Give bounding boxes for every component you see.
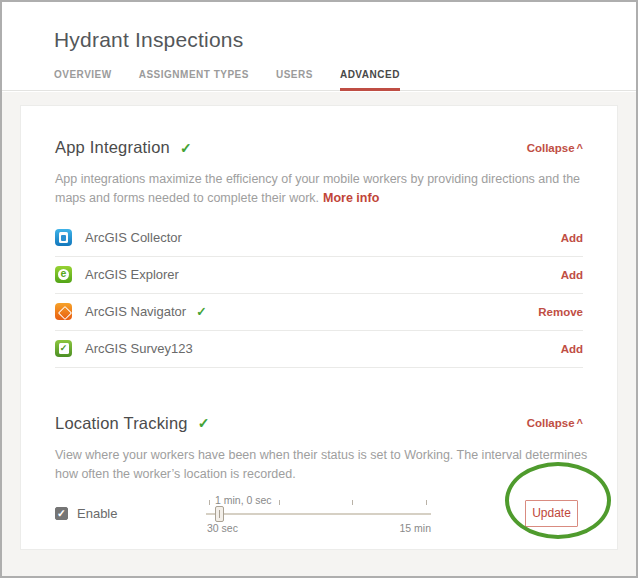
checkmark-icon: ✓ <box>56 507 67 519</box>
slider-track[interactable] <box>206 513 431 515</box>
page-title: Hydrant Inspections <box>54 28 243 52</box>
slider-min-label: 30 sec <box>207 522 238 534</box>
app-name: ArcGIS Navigator <box>85 304 186 319</box>
section-complete-check-icon: ✓ <box>180 140 192 156</box>
app-name: ArcGIS Collector <box>85 230 182 245</box>
slider-tick <box>209 500 210 505</box>
project-header: Hydrant Inspections OVERVIEW ASSIGNMENT … <box>2 2 636 91</box>
update-button[interactable]: Update <box>525 500 578 527</box>
enable-checkbox[interactable]: ✓ <box>55 507 68 520</box>
tab[interactable]: OVERVIEW <box>54 69 112 91</box>
app-integration-section: App Integration ✓ Collapse^ App integrat… <box>55 138 583 368</box>
enable-checkbox-group[interactable]: ✓ Enable <box>55 506 117 521</box>
more-info-link[interactable]: More info <box>323 191 379 205</box>
tab[interactable]: ADVANCED <box>340 69 400 91</box>
app-integration-description: App integrations maximize the efficiency… <box>55 170 603 209</box>
explorer-icon <box>55 266 72 283</box>
collector-icon <box>55 229 72 246</box>
tab[interactable]: USERS <box>276 69 313 91</box>
slider-handle[interactable] <box>215 506 224 522</box>
collapse-link[interactable]: Collapse^ <box>527 142 583 154</box>
content-background: App Integration ✓ Collapse^ App integrat… <box>2 92 636 576</box>
app-row: ArcGIS Survey123 ✓ Add <box>55 331 583 368</box>
app-list: ArcGIS Collector ✓ Add ArcGIS Explorer ✓… <box>55 220 583 368</box>
survey123-icon <box>55 340 72 357</box>
app-name: ArcGIS Explorer <box>85 267 179 282</box>
section-complete-check-icon: ✓ <box>198 415 210 431</box>
app-integration-title: App Integration <box>55 138 170 157</box>
settings-card: App Integration ✓ Collapse^ App integrat… <box>20 105 618 550</box>
chevron-up-icon: ^ <box>577 417 583 429</box>
slider-max-label: 15 min <box>399 522 431 534</box>
app-row: ArcGIS Explorer ✓ Add <box>55 257 583 294</box>
tab-bar: OVERVIEW ASSIGNMENT TYPES USERS ADVANCED <box>54 69 400 91</box>
tab[interactable]: ASSIGNMENT TYPES <box>139 69 249 91</box>
enable-label: Enable <box>77 506 117 521</box>
app-enabled-check-icon: ✓ <box>196 304 206 319</box>
app-action-link[interactable]: Add <box>561 232 583 244</box>
slider-tick <box>426 500 427 505</box>
location-tracking-section: Location Tracking ✓ Collapse^ View where… <box>55 414 583 555</box>
app-row: ArcGIS Collector ✓ Add <box>55 220 583 257</box>
chevron-up-icon: ^ <box>577 142 583 154</box>
app-action-link[interactable]: Remove <box>538 306 583 318</box>
app-action-link[interactable]: Add <box>561 343 583 355</box>
location-tracking-title: Location Tracking <box>55 414 188 433</box>
slider-tick <box>352 500 353 505</box>
location-tracking-description: View where your workers have been when t… <box>55 446 603 485</box>
navigator-icon <box>55 303 72 320</box>
app-row: ArcGIS Navigator ✓ Remove <box>55 294 583 331</box>
tracking-controls-row: ✓ Enable 1 min, 0 sec 30 sec 15 min <box>55 493 583 555</box>
app-action-link[interactable]: Add <box>561 269 583 281</box>
interval-slider[interactable]: 1 min, 0 sec 30 sec 15 min <box>206 493 431 543</box>
slider-tick <box>279 500 280 505</box>
collapse-link[interactable]: Collapse^ <box>527 417 583 429</box>
workforce-configure-page: Hydrant Inspections OVERVIEW ASSIGNMENT … <box>0 0 638 578</box>
slider-value-label: 1 min, 0 sec <box>215 494 272 506</box>
app-name: ArcGIS Survey123 <box>85 341 193 356</box>
